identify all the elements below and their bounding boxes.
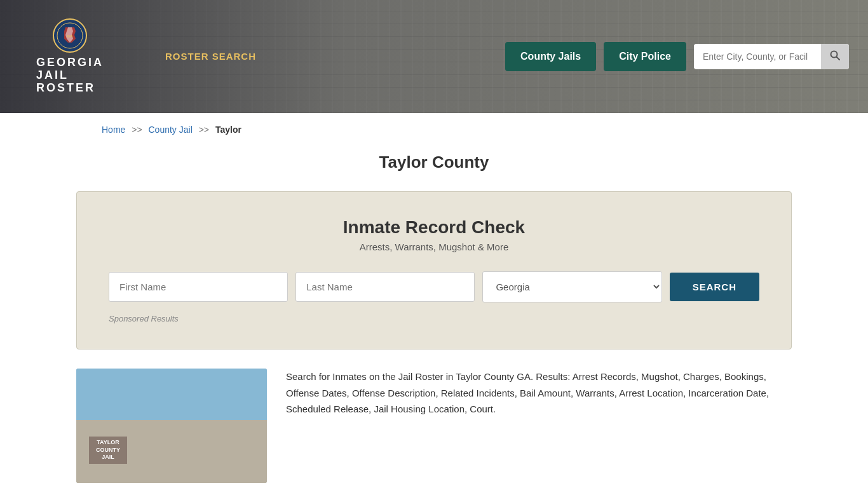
- breadcrumb: Home >> County Jail >> Taylor: [0, 113, 868, 146]
- header-search-bar: [694, 44, 849, 69]
- last-name-input[interactable]: [295, 272, 475, 302]
- breadcrumb-sep1: >>: [132, 125, 142, 135]
- svg-line-4: [837, 57, 840, 60]
- header-search-input[interactable]: [694, 45, 821, 68]
- breadcrumb-county-jail[interactable]: County Jail: [149, 125, 193, 135]
- breadcrumb-sep2: >>: [199, 125, 209, 135]
- facility-image: TAYLOR COUNTY JAIL: [76, 369, 267, 483]
- state-select[interactable]: AlabamaAlaskaArizonaArkansasCaliforniaCo…: [482, 271, 661, 302]
- search-icon: [830, 50, 840, 60]
- record-check-box: Inmate Record Check Arrests, Warrants, M…: [76, 191, 792, 349]
- county-jails-button[interactable]: County Jails: [505, 42, 596, 71]
- page-title: Taylor County: [0, 152, 868, 172]
- search-button[interactable]: SEARCH: [670, 273, 759, 301]
- site-logo[interactable]: GA GEORGIA JAIL ROSTER: [19, 18, 121, 94]
- georgia-seal-icon: GA: [53, 18, 87, 53]
- header-content: GA GEORGIA JAIL ROSTER ROSTER SEARCH Cou…: [0, 18, 868, 94]
- header-banner: GA GEORGIA JAIL ROSTER ROSTER SEARCH Cou…: [0, 0, 868, 113]
- roster-search-nav[interactable]: ROSTER SEARCH: [165, 51, 256, 62]
- record-check-form: AlabamaAlaskaArizonaArkansasCaliforniaCo…: [109, 271, 759, 302]
- bottom-content: TAYLOR COUNTY JAIL Search for Inmates on…: [76, 369, 792, 488]
- facility-description: Search for Inmates on the Jail Roster in…: [286, 369, 792, 483]
- breadcrumb-current: Taylor: [215, 125, 241, 135]
- header-search-button[interactable]: [821, 44, 849, 69]
- facility-image-background: TAYLOR COUNTY JAIL: [76, 369, 267, 483]
- facility-sign: TAYLOR COUNTY JAIL: [89, 437, 127, 464]
- record-check-subtitle: Arrests, Warrants, Mugshot & More: [109, 241, 759, 252]
- breadcrumb-home[interactable]: Home: [102, 125, 125, 135]
- record-check-title: Inmate Record Check: [109, 217, 759, 238]
- first-name-input[interactable]: [109, 272, 288, 302]
- sponsored-results-label: Sponsored Results: [109, 314, 759, 323]
- header-right: County Jails City Police: [505, 42, 849, 71]
- city-police-button[interactable]: City Police: [604, 42, 686, 71]
- svg-text:GA: GA: [67, 34, 74, 38]
- logo-text-georgia: GEORGIA JAIL ROSTER: [36, 57, 104, 94]
